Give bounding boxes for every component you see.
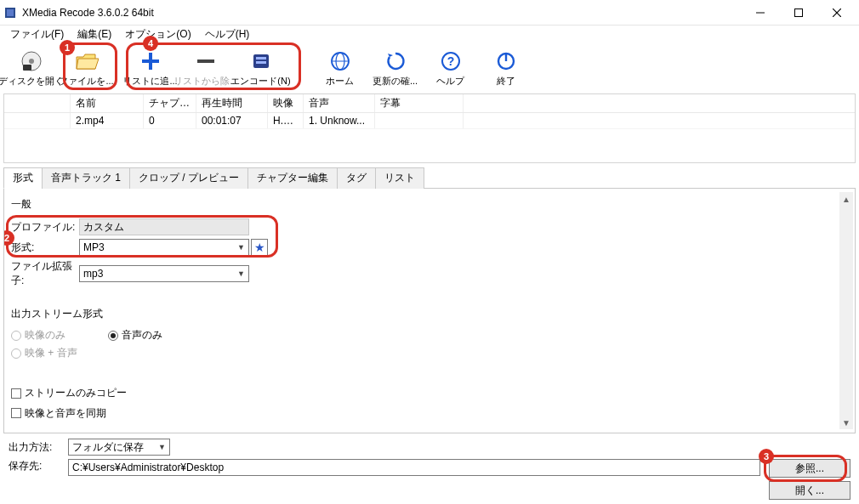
radio-audio-only[interactable]: 音声のみ bbox=[108, 328, 162, 343]
encode-icon bbox=[251, 49, 271, 73]
globe-icon bbox=[330, 49, 350, 73]
exit-button[interactable]: 終了 bbox=[478, 45, 533, 91]
scrollbar[interactable]: ▲ ▼ bbox=[839, 192, 853, 429]
format-select[interactable]: MP3 ▼ bbox=[79, 239, 249, 256]
extension-select[interactable]: mp3 ▼ bbox=[79, 265, 249, 282]
tab-tag[interactable]: タグ bbox=[337, 167, 376, 189]
radio-video-audio: 映像 + 音声 bbox=[11, 346, 77, 360]
disc-icon bbox=[20, 49, 43, 73]
add-list-button[interactable]: リストに追... bbox=[122, 45, 178, 91]
col-duration[interactable]: 再生時間 bbox=[196, 94, 268, 112]
window-title: XMedia Recode 3.6.0.2 64bit bbox=[22, 7, 741, 19]
file-list-header: 名前 チャプター 再生時間 映像 音声 字幕 bbox=[4, 94, 855, 113]
svg-rect-8 bbox=[23, 65, 31, 71]
svg-rect-11 bbox=[197, 59, 214, 63]
format-value: MP3 bbox=[83, 241, 105, 253]
profile-select[interactable]: カスタム bbox=[79, 218, 249, 235]
menu-edit[interactable]: 編集(E) bbox=[71, 25, 118, 43]
chevron-down-icon: ▼ bbox=[237, 243, 245, 252]
table-row[interactable]: 2.mp4 0 00:01:07 H.26... 1. Unknow... bbox=[4, 113, 855, 129]
encode-button[interactable]: エンコード(N) bbox=[233, 45, 288, 91]
update-button[interactable]: 更新の確... bbox=[367, 45, 423, 91]
svg-text:?: ? bbox=[447, 54, 454, 68]
remove-list-label: リストから除... bbox=[174, 75, 237, 88]
close-button[interactable] bbox=[817, 1, 856, 25]
refresh-icon bbox=[385, 49, 406, 73]
home-button[interactable]: ホーム bbox=[312, 45, 367, 91]
folder-open-icon bbox=[75, 49, 99, 73]
cell-video: H.26... bbox=[268, 113, 304, 128]
stream-section-title: 出力ストリーム形式 bbox=[11, 307, 848, 321]
col-video[interactable]: 映像 bbox=[268, 94, 304, 112]
profile-value: カスタム bbox=[83, 220, 124, 235]
menu-help[interactable]: ヘルプ(H) bbox=[198, 25, 257, 43]
cell-subtitle bbox=[375, 113, 464, 128]
svg-rect-1 bbox=[7, 9, 14, 16]
ext-label: ファイル拡張子: bbox=[11, 259, 79, 288]
favorite-button[interactable]: ★ bbox=[251, 239, 268, 256]
exit-label: 終了 bbox=[497, 75, 515, 88]
encode-label: エンコード(N) bbox=[230, 75, 290, 88]
menubar: ファイル(F) 編集(E) オプション(O) ヘルプ(H) bbox=[0, 25, 859, 42]
radio-video-only: 映像のみ bbox=[11, 328, 65, 343]
check-sync-av[interactable]: 映像と音声を同期 bbox=[11, 406, 106, 421]
cell-chapter: 0 bbox=[144, 113, 196, 128]
tab-list[interactable]: リスト bbox=[375, 167, 424, 189]
cell-name: 2.mp4 bbox=[71, 113, 144, 128]
out-method-select[interactable]: フォルダに保存 ▼ bbox=[68, 439, 170, 456]
browse-button[interactable]: 参照... bbox=[769, 459, 850, 478]
tab-format[interactable]: 形式 bbox=[3, 167, 43, 189]
col-chapter[interactable]: チャプター bbox=[144, 94, 196, 112]
svg-point-7 bbox=[29, 59, 34, 64]
minimize-button[interactable] bbox=[741, 1, 779, 25]
maximize-button[interactable] bbox=[779, 1, 817, 25]
cell-blank bbox=[4, 113, 71, 128]
svg-rect-10 bbox=[142, 59, 159, 63]
help-button[interactable]: ? ヘルプ bbox=[423, 45, 478, 91]
svg-rect-13 bbox=[256, 57, 266, 59]
save-path-label: 保存先: bbox=[9, 459, 68, 473]
svg-rect-14 bbox=[256, 61, 266, 64]
file-list[interactable]: 名前 チャプター 再生時間 映像 音声 字幕 2.mp4 0 00:01:07 … bbox=[3, 93, 856, 163]
annotation-badge-1: 1 bbox=[60, 40, 75, 55]
home-label: ホーム bbox=[326, 75, 354, 88]
col-blank[interactable] bbox=[4, 94, 71, 112]
menu-options[interactable]: オプション(O) bbox=[118, 25, 197, 43]
minus-icon bbox=[196, 49, 216, 73]
help-icon: ? bbox=[441, 49, 461, 73]
chevron-down-icon: ▼ bbox=[237, 269, 245, 278]
power-icon bbox=[496, 49, 516, 73]
out-method-value: フォルダに保存 bbox=[72, 440, 144, 455]
scroll-down-icon[interactable]: ▼ bbox=[839, 416, 853, 429]
scroll-up-icon[interactable]: ▲ bbox=[839, 192, 853, 206]
save-path-input[interactable] bbox=[68, 459, 760, 476]
plus-icon bbox=[140, 49, 161, 73]
chevron-down-icon: ▼ bbox=[158, 443, 166, 451]
format-label: 形式: bbox=[11, 241, 79, 255]
open-folder-button[interactable]: 開く... bbox=[769, 481, 850, 500]
open-file-label: ファイルを... bbox=[59, 75, 113, 88]
col-audio[interactable]: 音声 bbox=[304, 94, 375, 112]
col-subtitle[interactable]: 字幕 bbox=[375, 94, 464, 112]
tab-audio-track[interactable]: 音声トラック 1 bbox=[42, 167, 130, 189]
toolbar: ディスクを開く ファイルを... リストに追... リストから除... エンコー… bbox=[0, 42, 859, 92]
format-panel: 一般 プロファイル: カスタム 形式: MP3 ▼ ★ 2 ファイル拡張子: m… bbox=[3, 189, 856, 433]
tabstrip: 形式 音声トラック 1 クロップ / プレビュー チャプター編集 タグ リスト bbox=[3, 167, 856, 189]
check-stream-copy[interactable]: ストリームのみコピー bbox=[11, 386, 127, 400]
remove-list-button[interactable]: リストから除... bbox=[178, 45, 233, 91]
cell-duration: 00:01:07 bbox=[196, 113, 268, 128]
output-panel: 出力方法: フォルダに保存 ▼ 保存先: 参照... 3 開く... 上書き 上… bbox=[0, 433, 859, 504]
titlebar: XMedia Recode 3.6.0.2 64bit bbox=[0, 0, 859, 25]
col-name[interactable]: 名前 bbox=[71, 94, 144, 112]
tab-crop-preview[interactable]: クロップ / プレビュー bbox=[129, 167, 248, 189]
open-disc-label: ディスクを開く bbox=[0, 75, 64, 88]
tab-chapter-edit[interactable]: チャプター編集 bbox=[247, 167, 338, 189]
menu-file[interactable]: ファイル(F) bbox=[3, 25, 71, 43]
open-disc-button[interactable]: ディスクを開く bbox=[3, 45, 59, 91]
annotation-badge-3: 3 bbox=[759, 449, 774, 464]
profile-label: プロファイル: bbox=[11, 220, 79, 235]
star-icon: ★ bbox=[254, 241, 265, 254]
update-label: 更新の確... bbox=[373, 75, 418, 88]
add-list-label: リストに追... bbox=[122, 75, 177, 88]
general-section-title: 一般 bbox=[11, 197, 848, 212]
